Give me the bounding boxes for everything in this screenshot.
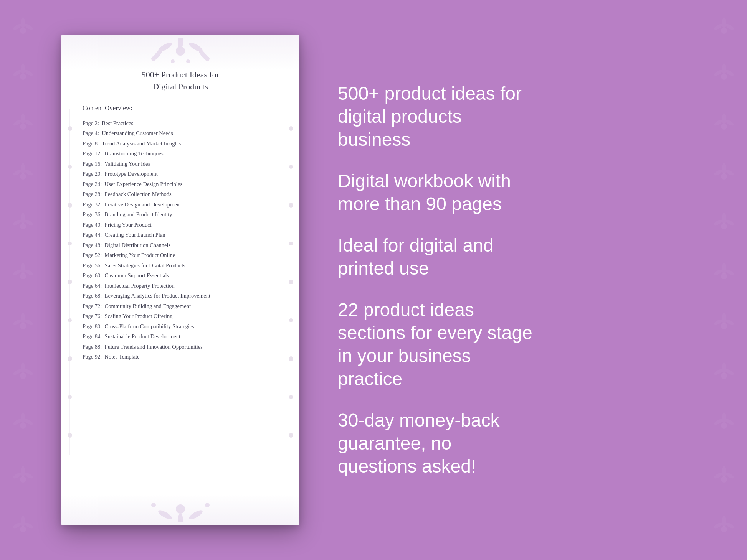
toc-page-num: Page 48: <box>83 242 102 248</box>
svg-point-106 <box>68 242 72 245</box>
toc-page-title: Cross-Platform Compatibility Strategies <box>105 323 195 329</box>
toc-page-title: Community Building and Engagement <box>105 303 191 309</box>
svg-point-122 <box>176 504 185 514</box>
doc-footer-decoration <box>61 495 299 525</box>
toc-page-title: Notes Template <box>105 354 140 360</box>
toc-page-num: Page 64: <box>83 283 102 289</box>
svg-point-108 <box>68 318 72 322</box>
toc-page-title: Pricing Your Product <box>105 222 152 228</box>
doc-side-decoration-right <box>286 69 296 495</box>
toc-item: Page 16: Validating Your Idea <box>83 159 278 169</box>
toc-page-num: Page 8: <box>83 140 99 147</box>
svg-point-118 <box>289 318 293 322</box>
toc-page-num: Page 60: <box>83 272 102 278</box>
svg-point-116 <box>289 242 293 245</box>
toc-page-title: Future Trends and Innovation Opportuniti… <box>105 344 203 350</box>
toc-page-title: Best Practices <box>102 120 133 126</box>
toc-item: Page 76: Scaling Your Product Offering <box>83 311 278 321</box>
svg-point-120 <box>289 395 293 399</box>
toc-item: Page 4: Understanding Customer Needs <box>83 128 278 138</box>
svg-point-98 <box>151 56 156 61</box>
toc-page-num: Page 12: <box>83 150 102 156</box>
svg-point-99 <box>205 56 210 61</box>
toc-page-num: Page 32: <box>83 201 102 208</box>
toc-page-title: Marketing Your Product Online <box>105 252 175 258</box>
svg-point-127 <box>205 503 210 507</box>
toc-item: Page 64: Intellectual Property Protectio… <box>83 281 278 291</box>
doc-header-decoration <box>61 35 299 69</box>
toc-item: Page 56: Sales Strategies for Digital Pr… <box>83 260 278 271</box>
document-mockup: 500+ Product Ideas forDigital Products C… <box>61 35 299 525</box>
toc-page-num: Page 16: <box>83 161 102 167</box>
toc-item: Page 84: Sustainable Product Development <box>83 331 278 342</box>
toc-page-title: Validating Your Idea <box>104 161 150 167</box>
toc-page-num: Page 72: <box>83 303 102 309</box>
toc-page-title: Leveraging Analytics for Product Improve… <box>105 293 210 299</box>
svg-point-119 <box>289 356 293 361</box>
svg-point-109 <box>68 356 72 361</box>
toc-page-num: Page 28: <box>83 191 102 197</box>
toc-page-title: Branding and Product Identity <box>105 211 172 217</box>
toc-item: Page 72: Community Building and Engageme… <box>83 301 278 311</box>
toc-page-num: Page 56: <box>83 262 102 268</box>
toc-item: Page 32: Iterative Design and Developmen… <box>83 199 278 210</box>
main-content: 500+ Product Ideas forDigital Products C… <box>0 0 747 560</box>
toc-item: Page 52: Marketing Your Product Online <box>83 250 278 260</box>
toc-page-title: Iterative Design and Development <box>105 201 181 208</box>
toc-page-num: Page 24: <box>83 181 102 187</box>
toc-item: Page 20: Prototype Development <box>83 169 278 179</box>
svg-point-125 <box>188 509 204 521</box>
svg-point-100 <box>171 59 175 63</box>
toc-page-title: Brainstorming Techniques <box>105 150 164 156</box>
svg-point-101 <box>186 59 190 63</box>
toc-page-num: Page 44: <box>83 232 102 238</box>
document-title: 500+ Product Ideas forDigital Products <box>83 69 278 93</box>
toc-page-title: Digital Distribution Channels <box>105 242 171 248</box>
svg-point-124 <box>157 509 173 521</box>
toc-page-num: Page 2: <box>83 120 99 126</box>
feature-item-4: 30-day money-backguarantee, noquestions … <box>338 409 693 478</box>
toc-item: Page 88: Future Trends and Innovation Op… <box>83 342 278 352</box>
toc-page-title: Creating Your Launch Plan <box>105 232 165 238</box>
toc-page-num: Page 88: <box>83 344 102 350</box>
feature-item-0: 500+ product ideas fordigital productsbu… <box>338 82 693 151</box>
svg-point-104 <box>68 165 72 169</box>
toc-item: Page 80: Cross-Platform Compatibility St… <box>83 321 278 332</box>
svg-point-115 <box>289 203 293 208</box>
toc-item: Page 60: Customer Support Essentials <box>83 270 278 281</box>
toc-item: Page 8: Trend Analysis and Market Insigh… <box>83 138 278 149</box>
toc-item: Page 28: Feedback Collection Methods <box>83 189 278 199</box>
toc-item: Page 68: Leveraging Analytics for Produc… <box>83 291 278 301</box>
toc-page-title: Customer Support Essentials <box>105 272 169 278</box>
toc-page-num: Page 52: <box>83 252 102 258</box>
svg-point-110 <box>68 395 72 399</box>
toc-page-title: Trend Analysis and Market Insights <box>102 140 181 147</box>
toc-page-title: Intellectual Property Protection <box>105 283 175 289</box>
toc-page-title: Sales Strategies for Digital Products <box>105 262 185 268</box>
toc-page-title: Scaling Your Product Offering <box>105 313 173 319</box>
features-panel: 500+ product ideas fordigital productsbu… <box>338 82 693 478</box>
toc-item: Page 92: Notes Template <box>83 352 278 362</box>
toc-page-num: Page 68: <box>83 293 102 299</box>
toc-item: Page 44: Creating Your Launch Plan <box>83 230 278 240</box>
toc-item: Page 40: Pricing Your Product <box>83 220 278 230</box>
toc-page-num: Page 20: <box>83 171 102 177</box>
toc-heading: Content Overview: <box>83 104 278 112</box>
toc-page-title: User Experience Design Principles <box>105 181 183 187</box>
toc-page-num: Page 92: <box>83 354 102 360</box>
toc-page-num: Page 4: <box>83 130 99 136</box>
document-wrapper: 500+ Product Ideas forDigital Products C… <box>54 35 307 525</box>
toc-page-num: Page 80: <box>83 323 102 329</box>
toc-page-num: Page 76: <box>83 313 102 319</box>
toc-page-title: Understanding Customer Needs <box>102 130 173 136</box>
svg-point-105 <box>68 203 72 208</box>
toc-item: Page 2: Best Practices <box>83 118 278 128</box>
svg-point-107 <box>68 280 72 284</box>
toc-item: Page 12: Brainstorming Techniques <box>83 148 278 159</box>
toc-page-num: Page 40: <box>83 222 102 228</box>
toc-page-title: Feedback Collection Methods <box>105 191 172 197</box>
svg-point-123 <box>178 514 183 522</box>
svg-point-111 <box>68 433 72 438</box>
toc-page-title: Prototype Development <box>105 171 158 177</box>
feature-item-3: 22 product ideassections for every stage… <box>338 298 693 390</box>
